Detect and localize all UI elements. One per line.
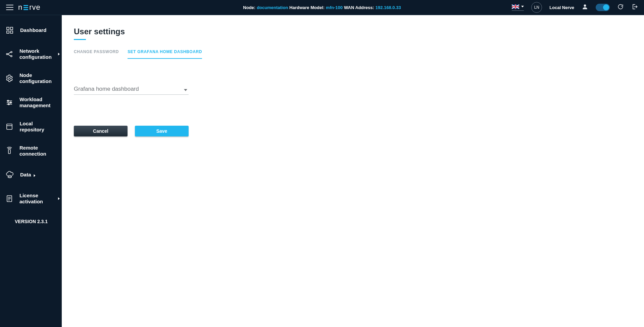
sidebar-item-dashboard[interactable]: Dashboard	[0, 25, 62, 36]
svg-rect-22	[8, 150, 10, 154]
person-icon[interactable]	[582, 3, 588, 11]
sidebar-item-label: Node configuration	[19, 72, 56, 84]
cloud-data-icon	[5, 171, 14, 179]
sidebar-item-label: Network configuration	[19, 48, 56, 60]
chevron-right-icon	[58, 53, 60, 55]
title-underline	[74, 39, 86, 40]
sidebar-item-label: Workload management	[19, 96, 56, 109]
node-value: documentation	[257, 5, 288, 10]
avatar[interactable]: LN	[531, 2, 542, 13]
main-content: User settings CHANGE PASSWORD SET GRAFAN…	[62, 15, 644, 327]
tab-set-grafana-home-dashboard[interactable]: SET GRAFANA HOME DASHBOARD	[128, 49, 202, 59]
grafana-dashboard-select[interactable]: Grafana home dashboard	[74, 86, 189, 95]
gear-icon	[5, 74, 13, 82]
network-icon	[5, 50, 13, 58]
chevron-down-icon	[184, 89, 187, 91]
avatar-initials: LN	[534, 5, 539, 10]
brand-logo: n rve	[18, 3, 41, 12]
sidebar-item-network-configuration[interactable]: Network configuration	[0, 48, 62, 60]
sidebar-item-label: Remote connection	[19, 145, 56, 157]
svg-rect-17	[7, 124, 12, 129]
sidebar-item-label: License activation	[19, 193, 56, 205]
form-buttons: Cancel Save	[74, 126, 632, 136]
svg-rect-3	[7, 31, 9, 33]
tab-change-password[interactable]: CHANGE PASSWORD	[74, 49, 119, 59]
logout-icon[interactable]	[631, 3, 638, 11]
page-title-block: User settings	[74, 27, 632, 40]
sidebar-item-remote-connection[interactable]: Remote connection	[0, 145, 62, 157]
sidebar: Dashboard Network configuration Node con…	[0, 15, 62, 327]
sliders-icon	[5, 98, 13, 107]
version-label: VERSION 2.3.1	[0, 219, 62, 224]
save-button[interactable]: Save	[135, 126, 189, 136]
sidebar-item-workload-management[interactable]: Workload management	[0, 96, 62, 109]
wan-value: 192.168.0.33	[376, 5, 401, 10]
theme-toggle[interactable]	[596, 4, 610, 11]
svg-point-10	[8, 77, 10, 79]
menu-toggle-icon[interactable]	[6, 5, 13, 10]
node-label: Node:	[243, 5, 255, 10]
svg-point-7	[11, 55, 12, 57]
svg-point-0	[584, 4, 586, 7]
model-label: Hardware Model:	[289, 5, 325, 10]
license-icon	[5, 195, 13, 203]
wan-label: WAN Address:	[344, 5, 374, 10]
topbar: n rve Node: documentation Hardware Model…	[0, 0, 644, 15]
sidebar-item-label: Local repository	[19, 121, 56, 133]
cancel-button[interactable]: Cancel	[74, 126, 128, 136]
sidebar-item-label: Dashboard	[20, 27, 46, 33]
tabs: CHANGE PASSWORD SET GRAFANA HOME DASHBOA…	[74, 49, 632, 59]
flag-uk-icon	[512, 4, 519, 9]
chevron-right-icon	[58, 197, 60, 200]
topbar-left: n rve	[6, 3, 41, 12]
svg-point-5	[6, 53, 8, 55]
svg-point-6	[11, 51, 12, 53]
sidebar-item-node-configuration[interactable]: Node configuration	[0, 72, 62, 84]
svg-point-23	[8, 175, 11, 177]
username-label: Local Nerve	[549, 5, 574, 10]
svg-line-8	[8, 52, 11, 54]
sidebar-item-data[interactable]: Data	[0, 169, 62, 180]
topbar-right: LN Local Nerve	[512, 2, 638, 13]
chevron-down-icon	[521, 6, 524, 7]
svg-rect-2	[10, 27, 13, 30]
grafana-dashboard-label: Grafana home dashboard	[74, 86, 139, 92]
svg-line-9	[8, 54, 11, 56]
chevron-right-icon	[34, 174, 35, 177]
refresh-icon[interactable]	[617, 3, 624, 11]
language-selector[interactable]	[512, 4, 524, 11]
page-title: User settings	[74, 27, 632, 36]
sidebar-item-label: Data	[20, 172, 36, 178]
svg-rect-4	[10, 31, 13, 33]
remote-icon	[5, 147, 13, 155]
sidebar-nav: Dashboard Network configuration Node con…	[0, 25, 62, 205]
model-value: mfn-100	[326, 5, 343, 10]
dashboard-icon	[5, 26, 14, 34]
topbar-info: Node: documentation Hardware Model: mfn-…	[243, 5, 401, 10]
sidebar-item-license-activation[interactable]: License activation	[0, 193, 62, 205]
svg-rect-1	[7, 27, 9, 30]
repository-icon	[5, 123, 13, 131]
sidebar-item-local-repository[interactable]: Local repository	[0, 121, 62, 133]
